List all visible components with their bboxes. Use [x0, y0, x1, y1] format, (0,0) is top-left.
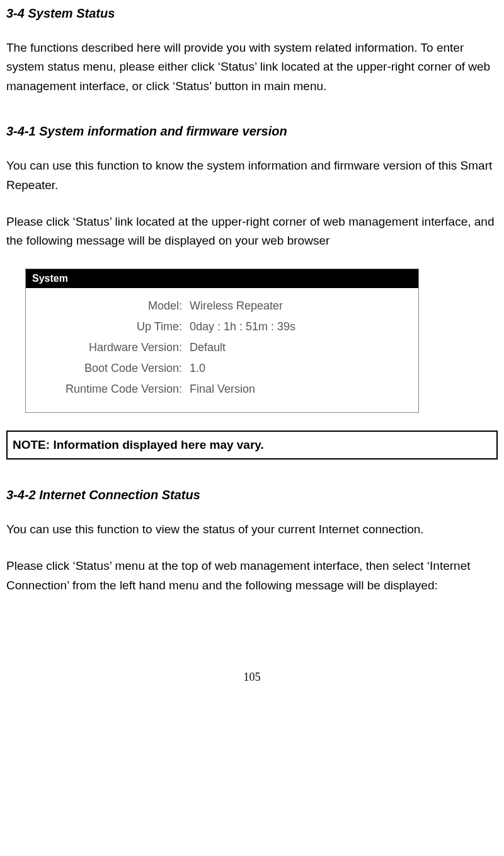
info-row-uptime: Up Time: 0day : 1h : 51m : 39s [32, 316, 412, 337]
section-heading-3-4-1: 3-4-1 System information and firmware ve… [6, 124, 498, 139]
value-model: Wireless Repeater [190, 299, 283, 313]
value-runtime: Final Version [190, 383, 255, 396]
value-uptime: 0day : 1h : 51m : 39s [190, 320, 295, 333]
note-box: NOTE: Information displayed here may var… [6, 431, 498, 460]
info-row-runtime: Runtime Code Version: Final Version [32, 379, 412, 400]
paragraph-3-4-1-a: You can use this function to know the sy… [6, 156, 498, 195]
info-row-bootcode: Boot Code Version: 1.0 [32, 358, 412, 379]
label-bootcode: Boot Code Version: [32, 362, 190, 375]
panel-body: Model: Wireless Repeater Up Time: 0day :… [26, 288, 418, 412]
label-uptime: Up Time: [32, 320, 190, 333]
paragraph-3-4-1-b: Please click ‘Status’ link located at th… [6, 212, 498, 251]
panel-header: System [26, 269, 418, 288]
system-panel: System Model: Wireless Repeater Up Time:… [25, 269, 419, 413]
section-heading-3-4-2: 3-4-2 Internet Connection Status [6, 488, 498, 502]
paragraph-3-4-2-a: You can use this function to view the st… [6, 520, 498, 539]
label-runtime: Runtime Code Version: [32, 383, 190, 396]
page-number: 105 [6, 671, 498, 684]
info-row-hwver: Hardware Version: Default [32, 337, 412, 358]
value-hwver: Default [190, 341, 226, 354]
label-hwver: Hardware Version: [32, 341, 190, 354]
paragraph-3-4-2-b: Please click ‘Status’ menu at the top of… [6, 557, 498, 595]
label-model: Model: [32, 299, 190, 313]
section-heading-3-4: 3-4 System Status [6, 6, 498, 21]
value-bootcode: 1.0 [190, 362, 205, 375]
info-row-model: Model: Wireless Repeater [32, 296, 412, 316]
paragraph-intro: The functions described here will provid… [6, 38, 498, 96]
